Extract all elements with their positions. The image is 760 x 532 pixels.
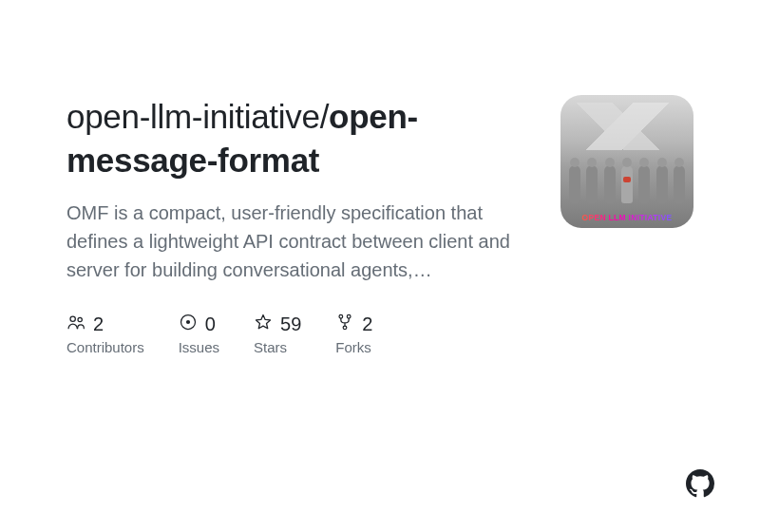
repo-stats: 2 Contributors 0 Issues 59 — [66, 313, 536, 355]
svg-point-0 — [70, 316, 75, 321]
stat-stars[interactable]: 59 Stars — [254, 313, 301, 355]
svg-point-1 — [78, 317, 82, 321]
people-icon — [66, 313, 86, 335]
fork-icon — [335, 313, 354, 335]
repo-owner: open-llm-initiative — [66, 98, 320, 135]
issue-icon — [179, 313, 198, 335]
stat-label: Stars — [254, 339, 301, 355]
repo-avatar[interactable]: OPEN LLM INITIATIVE — [560, 95, 694, 228]
repo-title[interactable]: open-llm-initiative/open-message-format — [66, 95, 536, 181]
svg-point-3 — [186, 320, 190, 324]
stat-label: Contributors — [66, 339, 144, 355]
stat-value: 2 — [93, 314, 104, 335]
stat-issues[interactable]: 0 Issues — [179, 313, 219, 355]
avatar-bg — [560, 103, 694, 150]
repo-card: open-llm-initiative/open-message-format … — [0, 0, 760, 355]
title-slash: / — [320, 98, 329, 135]
stat-value: 2 — [362, 314, 372, 335]
star-icon — [254, 313, 273, 335]
stat-label: Issues — [179, 339, 219, 355]
avatar-figures — [560, 165, 694, 203]
stat-contributors[interactable]: 2 Contributors — [66, 313, 144, 355]
stat-value: 0 — [205, 314, 216, 335]
github-logo-icon[interactable] — [686, 469, 714, 498]
stat-value: 59 — [280, 314, 301, 335]
stat-forks[interactable]: 2 Forks — [335, 313, 372, 355]
avatar-caption: OPEN LLM INITIATIVE — [560, 213, 694, 222]
repo-content: open-llm-initiative/open-message-format … — [66, 95, 536, 355]
repo-description: OMF is a compact, user-friendly specific… — [66, 199, 536, 284]
stat-label: Forks — [335, 339, 372, 355]
